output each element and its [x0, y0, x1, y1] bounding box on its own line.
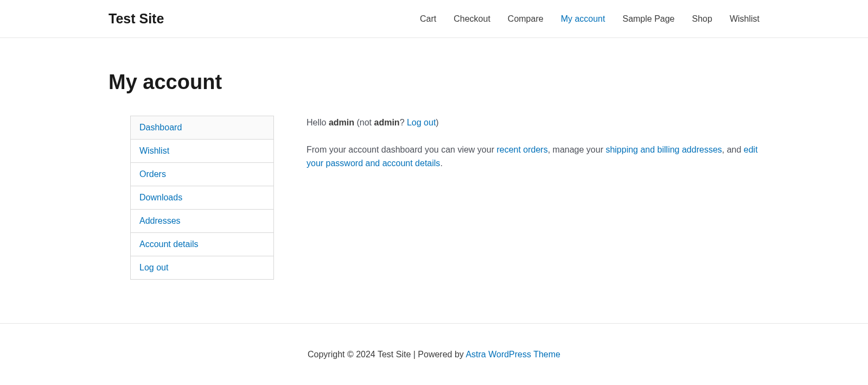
primary-nav: Cart Checkout Compare My account Sample … — [420, 14, 760, 24]
page-title: My account — [108, 71, 760, 94]
nav-shop[interactable]: Shop — [692, 14, 712, 24]
greeting-close: ) — [436, 118, 438, 127]
sidebar-item-wishlist[interactable]: Wishlist — [131, 140, 273, 163]
sidebar-item-addresses[interactable]: Addresses — [131, 210, 273, 233]
greeting-question: ? — [400, 118, 407, 127]
nav-my-account[interactable]: My account — [561, 14, 605, 24]
account-content: Dashboard Wishlist Orders Downloads Addr… — [108, 116, 760, 280]
sidebar-item-account-details[interactable]: Account details — [131, 233, 273, 256]
site-title[interactable]: Test Site — [108, 11, 164, 27]
dash-text-3: , and — [722, 145, 744, 154]
nav-wishlist[interactable]: Wishlist — [730, 14, 760, 24]
footer-text: Copyright © 2024 Test Site | Powered by — [308, 350, 465, 359]
sidebar-item-dashboard[interactable]: Dashboard — [131, 116, 273, 140]
dashboard-content: Hello admin (not admin? Log out) From yo… — [307, 116, 760, 184]
recent-orders-link[interactable]: recent orders — [496, 145, 547, 154]
footer-theme-link[interactable]: Astra WordPress Theme — [465, 350, 560, 359]
sidebar-item-orders[interactable]: Orders — [131, 163, 273, 186]
greeting-hello: Hello — [307, 118, 329, 127]
dash-text-2: , manage your — [548, 145, 606, 154]
greeting-not-open: (not — [354, 118, 374, 127]
greeting-username2: admin — [374, 118, 400, 127]
sidebar-item-downloads[interactable]: Downloads — [131, 186, 273, 210]
site-header: Test Site Cart Checkout Compare My accou… — [0, 0, 868, 38]
dash-text-1: From your account dashboard you can view… — [307, 145, 496, 154]
greeting-username: admin — [329, 118, 354, 127]
nav-checkout[interactable]: Checkout — [454, 14, 490, 24]
sidebar-item-logout[interactable]: Log out — [131, 256, 273, 279]
addresses-link[interactable]: shipping and billing addresses — [605, 145, 722, 154]
logout-link[interactable]: Log out — [407, 118, 436, 127]
site-footer: Copyright © 2024 Test Site | Powered by … — [0, 324, 868, 385]
nav-sample-page[interactable]: Sample Page — [622, 14, 674, 24]
nav-compare[interactable]: Compare — [508, 14, 544, 24]
dashboard-description: From your account dashboard you can view… — [307, 143, 760, 171]
greeting-text: Hello admin (not admin? Log out) — [307, 116, 760, 130]
account-sidebar: Dashboard Wishlist Orders Downloads Addr… — [130, 116, 274, 280]
dash-text-4: . — [440, 159, 442, 168]
nav-cart[interactable]: Cart — [420, 14, 436, 24]
